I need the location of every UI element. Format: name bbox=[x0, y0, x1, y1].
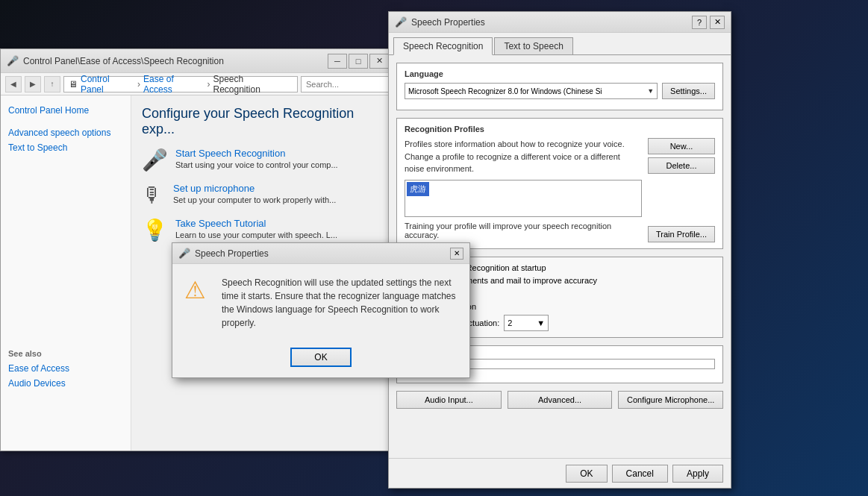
sp-ok-button[interactable]: OK bbox=[566, 465, 607, 483]
language-group: Language Microsoft Speech Recognizer 8.0… bbox=[396, 63, 723, 110]
task-start-title[interactable]: Start Speech Recognition bbox=[175, 148, 338, 159]
tab-speech-recognition[interactable]: Speech Recognition bbox=[393, 37, 493, 55]
train-text: Training your profile will improve your … bbox=[405, 222, 642, 239]
configure-microphone-button[interactable]: Configure Microphone... bbox=[618, 391, 723, 409]
language-dropdown-arrow: ▼ bbox=[647, 87, 654, 95]
sidebar-item-text-to-speech[interactable]: Text to Speech bbox=[8, 140, 123, 155]
page-title: Configure your Speech Recognition exp... bbox=[142, 106, 384, 137]
advanced-button[interactable]: Advanced... bbox=[508, 391, 613, 409]
sp-dialog-footer: OK Cancel Apply bbox=[389, 458, 731, 488]
forward-button[interactable]: ▶ bbox=[25, 76, 41, 92]
tab-text-to-speech[interactable]: Text to Speech bbox=[494, 37, 572, 54]
task-setup-desc: Set up your computer to work properly wi… bbox=[173, 195, 336, 204]
up-button[interactable]: ↑ bbox=[44, 76, 60, 92]
setup-mic-icon: 🎙 bbox=[142, 183, 166, 207]
delete-profile-button[interactable]: Delete... bbox=[648, 157, 715, 174]
path-speech-recognition: Speech Recognition bbox=[213, 74, 293, 95]
alert-title-icon: 🎤 bbox=[178, 248, 190, 259]
alert-titlebar: 🎤 Speech Properties ✕ bbox=[172, 243, 469, 264]
alert-dialog: 🎤 Speech Properties ✕ ⚠ Speech Recogniti… bbox=[172, 242, 470, 378]
language-group-label: Language bbox=[405, 69, 715, 78]
alert-close-button[interactable]: ✕ bbox=[450, 248, 463, 260]
language-row: Microsoft Speech Recognizer 8.0 for Wind… bbox=[405, 83, 715, 99]
profile-list: 虎游 bbox=[405, 180, 642, 217]
sp-tabs: Speech Recognition Text to Speech bbox=[389, 33, 731, 55]
maximize-button[interactable]: □ bbox=[349, 54, 368, 69]
sp-bottom-buttons: Audio Input... Advanced... Configure Mic… bbox=[396, 391, 723, 409]
language-dropdown-value: Microsoft Speech Recognizer 8.0 for Wind… bbox=[408, 87, 602, 95]
cp-window-icon: 🎤 bbox=[7, 55, 19, 66]
sidebar-item-home[interactable]: Control Panel Home bbox=[8, 103, 123, 118]
profiles-label: Recognition Profiles bbox=[405, 125, 715, 134]
sidebar-item-audio-devices[interactable]: Audio Devices bbox=[8, 376, 69, 391]
sp-close-button[interactable]: ✕ bbox=[710, 16, 725, 29]
see-also-label: See also bbox=[8, 349, 69, 358]
level-bar-container bbox=[457, 359, 715, 369]
sp-cancel-button[interactable]: Cancel bbox=[612, 465, 668, 483]
tutorial-icon: 💡 bbox=[142, 218, 168, 242]
back-button[interactable]: ◀ bbox=[5, 76, 22, 92]
spaces-value: 2 bbox=[508, 318, 512, 327]
task-tutorial-desc: Learn to use your computer with speech. … bbox=[175, 230, 337, 239]
new-profile-button[interactable]: New... bbox=[648, 138, 715, 154]
start-speech-icon: 🎤 bbox=[142, 148, 168, 172]
profile-item-huyu[interactable]: 虎游 bbox=[407, 182, 429, 196]
sp-titlebar: 🎤 Speech Properties ? ✕ bbox=[389, 12, 731, 33]
task-start-desc: Start using your voice to control your c… bbox=[175, 160, 338, 169]
path-control-panel[interactable]: Control Panel bbox=[81, 74, 134, 95]
alert-message: Speech Recognition will use the updated … bbox=[222, 276, 458, 330]
alert-footer: OK bbox=[172, 342, 469, 377]
train-profile-button[interactable]: Train Profile... bbox=[648, 226, 715, 242]
task-setup-title[interactable]: Set up microphone bbox=[173, 183, 336, 194]
audio-input-button[interactable]: Audio Input... bbox=[396, 391, 502, 409]
address-path: 🖥 Control Panel › Ease of Access › Speec… bbox=[63, 76, 298, 92]
path-ease-of-access[interactable]: Ease of Access bbox=[143, 74, 204, 95]
alert-body: ⚠ Speech Recognition will use the update… bbox=[172, 264, 469, 342]
sp-title-icon: 🎤 bbox=[395, 16, 407, 28]
task-start-speech: 🎤 Start Speech Recognition Start using y… bbox=[142, 148, 384, 172]
cp-win-controls: ─ □ ✕ bbox=[328, 54, 389, 69]
cp-titlebar: 🎤 Control Panel\Ease of Access\Speech Re… bbox=[1, 49, 395, 73]
sidebar-item-ease-of-access[interactable]: Ease of Access bbox=[8, 361, 69, 376]
address-bar: ◀ ▶ ↑ 🖥 Control Panel › Ease of Access ›… bbox=[1, 73, 395, 95]
alert-title-text: Speech Properties bbox=[195, 248, 446, 259]
language-dropdown[interactable]: Microsoft Speech Recognizer 8.0 for Wind… bbox=[405, 83, 658, 99]
sp-win-controls: ? ✕ bbox=[692, 16, 725, 29]
minimize-button[interactable]: ─ bbox=[328, 54, 347, 69]
sp-title-text: Speech Properties bbox=[411, 17, 687, 28]
profiles-description: Profiles store information about how to … bbox=[405, 138, 642, 175]
settings-button[interactable]: Settings... bbox=[662, 83, 715, 99]
warning-icon: ⚠ bbox=[184, 276, 211, 304]
spaces-dropdown-arrow: ▼ bbox=[537, 318, 545, 327]
path-icon: 🖥 bbox=[69, 79, 78, 90]
cp-title-text: Control Panel\Ease of Access\Speech Reco… bbox=[23, 56, 323, 66]
sp-help-button[interactable]: ? bbox=[692, 16, 707, 29]
sp-apply-button[interactable]: Apply bbox=[672, 465, 723, 483]
spaces-dropdown[interactable]: 2 ▼ bbox=[504, 315, 549, 331]
recognition-profiles-group: Recognition Profiles Profiles store info… bbox=[396, 118, 723, 249]
task-setup-mic: 🎙 Set up microphone Set up your computer… bbox=[142, 183, 384, 207]
task-tutorial: 💡 Take Speech Tutorial Learn to use your… bbox=[142, 218, 384, 242]
cp-sidebar: Control Panel Home Advanced speech optio… bbox=[1, 95, 131, 451]
sidebar-item-advanced-speech[interactable]: Advanced speech options bbox=[8, 125, 123, 140]
task-tutorial-title[interactable]: Take Speech Tutorial bbox=[175, 218, 337, 229]
close-button[interactable]: ✕ bbox=[369, 54, 389, 69]
search-input[interactable] bbox=[301, 76, 390, 92]
alert-ok-button[interactable]: OK bbox=[290, 348, 351, 367]
